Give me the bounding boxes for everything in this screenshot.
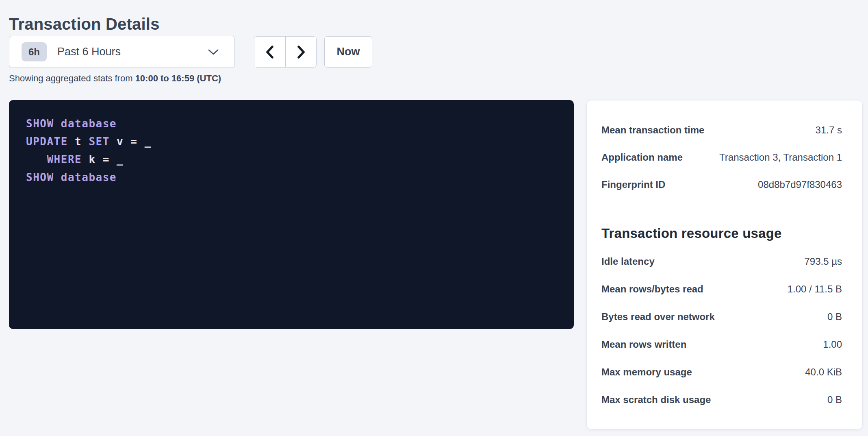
stat-label: Max memory usage [601, 366, 692, 378]
time-range-badge: 6h [22, 42, 47, 61]
sql-token-plain: v = _ [110, 135, 152, 148]
stat-value: 0 B [827, 311, 842, 323]
stat-row: Mean transaction time31.7 s [601, 116, 842, 144]
page-title: Transaction Details [9, 15, 160, 33]
stat-value: 1.00 [823, 339, 842, 350]
stat-value: 793.5 µs [804, 256, 842, 267]
stat-value: 40.0 KiB [805, 366, 842, 378]
aggregated-stats-summary: Showing aggregated stats from 10:00 to 1… [9, 73, 221, 84]
summary-time-range: 10:00 to 16:59 (UTC) [135, 73, 221, 83]
resource-usage-heading: Transaction resource usage [601, 226, 842, 241]
chevron-down-icon [208, 49, 219, 55]
stat-row: Bytes read over network0 B [601, 303, 842, 331]
time-controls: 6h Past 6 Hours [9, 36, 372, 68]
stat-value: 31.7 s [816, 124, 842, 136]
time-window-nav-group [254, 36, 317, 68]
stat-row: Application nameTransaction 3, Transacti… [601, 144, 842, 171]
transaction-details-card: Mean transaction time31.7 sApplication n… [586, 100, 863, 429]
resource-usage-section: Idle latency793.5 µsMean rows/bytes read… [601, 248, 842, 414]
main-content: SHOW databaseUPDATE t SET v = _ WHERE k … [9, 100, 863, 429]
sql-token-plain: k = _ [82, 153, 124, 166]
sql-token-plain: t [68, 135, 89, 148]
chevron-right-icon [296, 45, 306, 59]
now-button[interactable]: Now [324, 36, 372, 68]
sql-token-keyword: SET [89, 135, 109, 148]
stat-value: Transaction 3, Transaction 1 [719, 152, 842, 163]
stat-label: Mean rows/bytes read [601, 283, 703, 295]
stat-row: Max memory usage40.0 KiB [601, 358, 842, 386]
time-range-dropdown[interactable]: 6h Past 6 Hours [9, 36, 235, 68]
stat-value: 0 B [827, 394, 842, 405]
stat-label: Mean transaction time [601, 124, 704, 136]
sql-line: SHOW database [26, 115, 562, 133]
sql-line: SHOW database [26, 168, 562, 186]
sql-line: WHERE k = _ [26, 150, 562, 168]
time-range-selected-label: Past 6 Hours [57, 46, 208, 58]
stat-label: Max scratch disk usage [601, 394, 711, 405]
stat-row: Max scratch disk usage0 B [601, 386, 842, 414]
stat-label: Mean rows written [601, 339, 686, 350]
summary-stats-section: Mean transaction time31.7 sApplication n… [601, 116, 842, 198]
transaction-details-page: Transaction Details 6h Past 6 Hours [0, 0, 868, 436]
stat-label: Fingerprint ID [601, 179, 665, 190]
sql-token-keyword: UPDATE [26, 135, 68, 148]
sql-line: UPDATE t SET v = _ [26, 133, 562, 150]
sql-token-keyword: SHOW database [26, 171, 117, 183]
sql-token-keyword: SHOW database [26, 118, 117, 130]
stat-label: Idle latency [601, 256, 655, 267]
next-time-window-button[interactable] [285, 37, 316, 67]
previous-time-window-button[interactable] [254, 37, 285, 67]
sql-token-keyword: WHERE [47, 153, 82, 166]
sql-statement-box: SHOW databaseUPDATE t SET v = _ WHERE k … [9, 100, 574, 329]
chevron-left-icon [265, 45, 275, 59]
summary-prefix: Showing aggregated stats from [9, 73, 135, 83]
stat-label: Application name [601, 152, 683, 163]
stat-row: Fingerprint ID08d8b7d97f830463 [601, 171, 842, 198]
stat-value: 1.00 / 11.5 B [788, 283, 842, 295]
stat-label: Bytes read over network [601, 311, 715, 323]
stat-row: Idle latency793.5 µs [601, 248, 842, 275]
stat-row: Mean rows written1.00 [601, 331, 842, 358]
sql-token-plain [26, 153, 47, 166]
stat-value: 08d8b7d97f830463 [758, 179, 842, 190]
stat-row: Mean rows/bytes read1.00 / 11.5 B [601, 275, 842, 303]
card-divider [601, 210, 842, 210]
